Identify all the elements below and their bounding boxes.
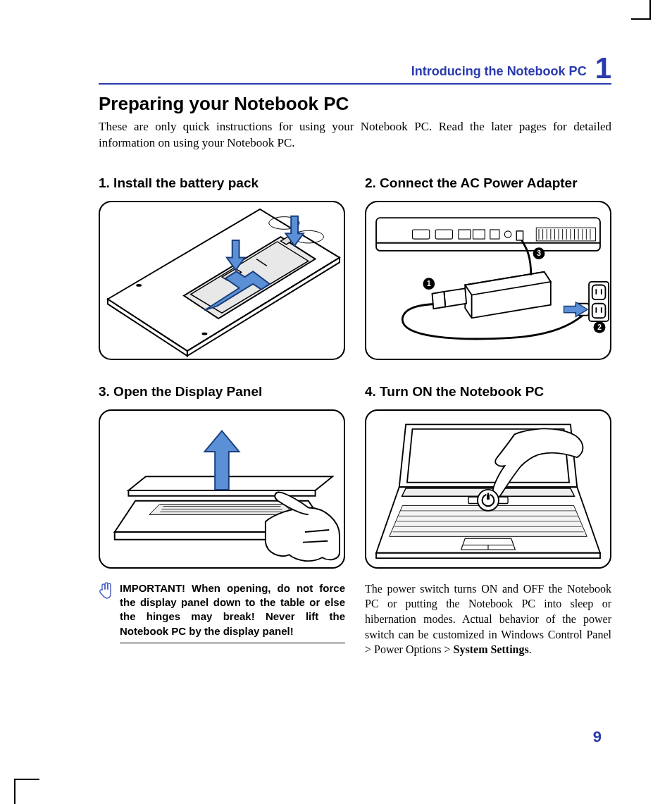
svg-marker-46 xyxy=(433,292,446,309)
svg-point-15 xyxy=(202,333,208,335)
chapter-title: Introducing the Notebook PC xyxy=(411,64,587,83)
step-heading: 2. Connect the AC Power Adapter xyxy=(365,175,611,191)
illustration-open-display xyxy=(99,409,345,569)
steps-grid: 1. Install the battery pack xyxy=(99,175,611,657)
illustration-install-battery xyxy=(99,201,345,360)
callout-2: 2 xyxy=(597,323,602,331)
page-title: Preparing your Notebook PC xyxy=(99,93,611,115)
illustration-connect-ac: 3 1 xyxy=(365,201,611,360)
crop-mark xyxy=(631,18,651,20)
crop-mark xyxy=(14,779,39,780)
hand-stop-icon xyxy=(99,581,114,600)
svg-rect-21 xyxy=(473,230,485,239)
note-text: IMPORTANT! When opening, do not force th… xyxy=(120,581,345,643)
step-heading: 4. Turn ON the Notebook PC xyxy=(365,384,611,400)
svg-point-23 xyxy=(504,231,511,237)
step-heading: 3. Open the Display Panel xyxy=(99,384,345,400)
crop-mark xyxy=(14,779,15,804)
chapter-number: 1 xyxy=(595,54,611,83)
svg-marker-64 xyxy=(128,476,332,490)
step-4-body: The power switch turns ON and OFF the No… xyxy=(365,581,611,657)
body-text-post: . xyxy=(529,643,532,655)
crop-mark xyxy=(649,0,651,20)
step-4: 4. Turn ON the Notebook PC xyxy=(365,384,611,657)
page-number: 9 xyxy=(593,728,602,746)
page-header: Introducing the Notebook PC 1 xyxy=(99,55,611,85)
svg-rect-19 xyxy=(435,230,452,239)
step-heading: 1. Install the battery pack xyxy=(99,175,345,191)
step-3: 3. Open the Display Panel xyxy=(99,384,345,657)
svg-rect-22 xyxy=(490,230,499,239)
intro-paragraph: These are only quick instructions for us… xyxy=(99,119,611,151)
step-2: 2. Connect the AC Power Adapter xyxy=(365,175,611,360)
svg-marker-45 xyxy=(444,288,466,307)
callout-3: 3 xyxy=(537,249,541,257)
step-1: 1. Install the battery pack xyxy=(99,175,345,360)
svg-rect-49 xyxy=(592,285,606,299)
power-icon xyxy=(478,490,499,511)
important-note: IMPORTANT! When opening, do not force th… xyxy=(99,581,345,643)
svg-point-14 xyxy=(136,284,142,287)
callout-1: 1 xyxy=(427,280,431,287)
body-text-bold: System Settings xyxy=(454,643,529,655)
svg-marker-72 xyxy=(376,553,600,558)
page-content: Introducing the Notebook PC 1 Preparing … xyxy=(99,55,611,657)
svg-rect-43 xyxy=(516,231,523,240)
illustration-power-on xyxy=(365,409,611,569)
svg-rect-50 xyxy=(592,304,606,318)
svg-rect-18 xyxy=(412,230,429,239)
svg-rect-20 xyxy=(459,230,471,239)
svg-marker-60 xyxy=(149,504,294,514)
